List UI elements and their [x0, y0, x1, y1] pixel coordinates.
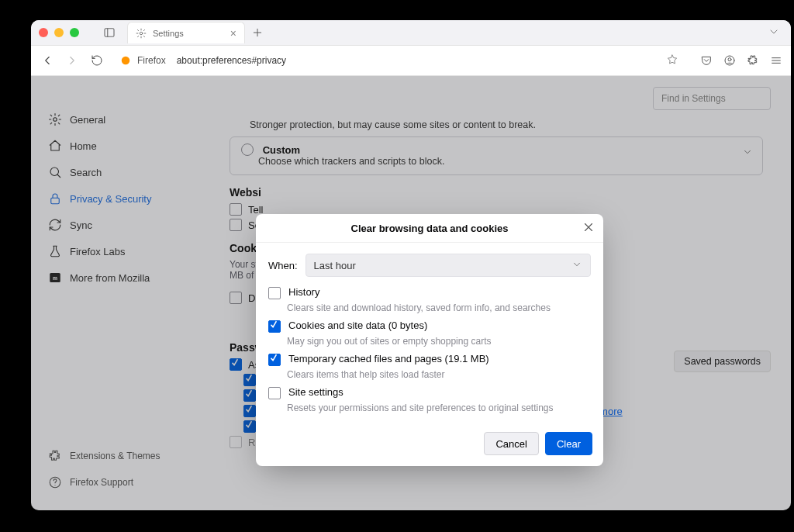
opt-cookies[interactable]: Cookies and site data (0 bytes): [268, 320, 591, 333]
pocket-icon[interactable]: [699, 54, 713, 67]
minimize-window-icon[interactable]: [54, 28, 64, 37]
clear-data-dialog: Clear browsing data and cookies When: La…: [256, 214, 603, 466]
forward-button: [64, 52, 81, 69]
svg-rect-0: [105, 29, 114, 37]
dialog-body: When: Last hour History Clears site and …: [256, 243, 603, 424]
url-brand: Firefox: [137, 55, 166, 66]
opt-label: History: [288, 286, 319, 298]
tab-settings[interactable]: Settings ×: [127, 22, 245, 43]
checkbox-icon[interactable]: [268, 287, 281, 299]
opt-sub: Clears site and download history, saved …: [287, 302, 591, 313]
url-bar[interactable]: Firefox about:preferences#privacy: [113, 49, 685, 72]
sidebar-toggle-icon[interactable]: [102, 26, 116, 40]
firefox-logo-icon: [120, 55, 131, 66]
svg-point-1: [140, 32, 143, 35]
tabs-overflow-icon[interactable]: [768, 26, 780, 40]
opt-label: Temporary cached files and pages (19.1 M…: [288, 353, 489, 364]
toolbar-right-icons: [699, 54, 783, 67]
bookmark-star-icon[interactable]: [666, 54, 678, 68]
url-path: about:preferences#privacy: [172, 55, 286, 66]
checkbox-icon[interactable]: [268, 387, 281, 399]
reload-button[interactable]: [88, 52, 105, 69]
checkbox-icon[interactable]: [268, 320, 281, 333]
checkbox-icon[interactable]: [268, 354, 281, 366]
cancel-button[interactable]: Cancel: [484, 432, 538, 455]
toolbar: Firefox about:preferences#privacy: [31, 46, 791, 76]
opt-label: Site settings: [288, 386, 343, 398]
extensions-icon[interactable]: [746, 54, 760, 67]
dialog-buttons: Cancel Clear: [256, 424, 603, 466]
dialog-close-icon[interactable]: [582, 220, 596, 234]
settings-page: General Home Search Privacy & Security S…: [31, 76, 791, 510]
chevron-down-icon: [571, 259, 582, 272]
gear-icon: [136, 28, 147, 39]
opt-site-settings[interactable]: Site settings: [268, 386, 591, 399]
opt-sub: May sign you out of sites or empty shopp…: [287, 336, 591, 347]
clear-button[interactable]: Clear: [545, 432, 592, 455]
window-controls: [39, 28, 79, 37]
back-button[interactable]: [39, 52, 56, 69]
opt-sub: Resets your permissions and site prefere…: [287, 402, 591, 413]
opt-label: Cookies and site data (0 bytes): [288, 320, 427, 331]
dialog-header: Clear browsing data and cookies: [256, 214, 603, 243]
new-tab-icon[interactable]: [251, 26, 264, 39]
dialog-title: Clear browsing data and cookies: [351, 223, 509, 234]
app-menu-icon[interactable]: [769, 54, 783, 67]
opt-sub: Clears items that help sites load faster: [287, 369, 591, 380]
opt-cache[interactable]: Temporary cached files and pages (19.1 M…: [268, 353, 591, 366]
when-value: Last hour: [314, 260, 356, 271]
account-icon[interactable]: [723, 54, 737, 67]
svg-point-2: [122, 57, 130, 65]
when-row: When: Last hour: [268, 254, 591, 277]
when-label: When:: [268, 260, 298, 271]
titlebar: Settings ×: [31, 20, 791, 46]
svg-point-4: [728, 58, 731, 61]
zoom-window-icon[interactable]: [70, 28, 79, 37]
tab-label: Settings: [153, 29, 184, 38]
when-select[interactable]: Last hour: [306, 254, 591, 277]
opt-history[interactable]: History: [268, 286, 591, 299]
tab-close-icon[interactable]: ×: [230, 27, 236, 40]
browser-window: Settings × Firefox about:preferences#pri…: [31, 20, 791, 510]
close-window-icon[interactable]: [39, 28, 48, 37]
